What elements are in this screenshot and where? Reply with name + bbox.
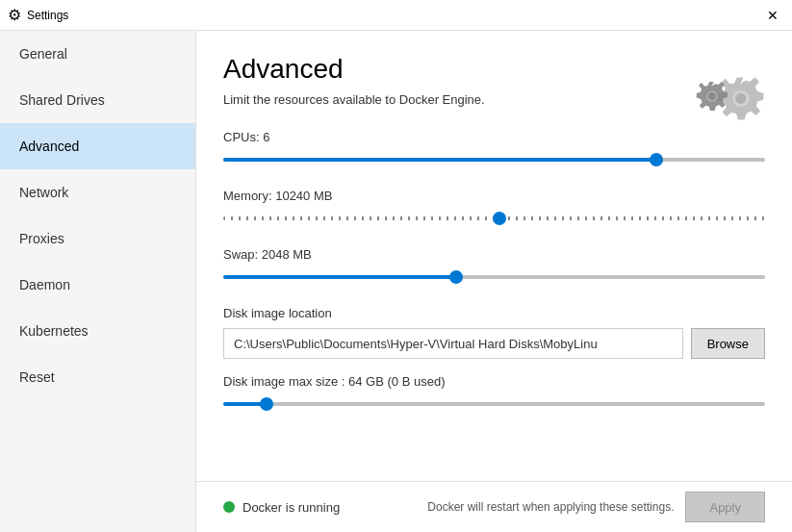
- sidebar-item-proxies[interactable]: Proxies: [0, 215, 195, 262]
- memory-label: Memory: 10240 MB: [223, 189, 765, 203]
- disk-location-input[interactable]: [223, 328, 683, 359]
- cpu-slider-thumb[interactable]: [650, 153, 663, 166]
- app-body: General Shared Drives Advanced Network P…: [0, 31, 792, 532]
- content-area: Advanced Limit the resources available t…: [196, 31, 792, 481]
- page-subtitle: Limit the resources available to Docker …: [223, 92, 485, 107]
- swap-slider-track: [223, 275, 765, 279]
- sidebar-item-network[interactable]: Network: [0, 169, 195, 215]
- sidebar-item-general[interactable]: General: [0, 31, 195, 77]
- cpu-slider-fill: [223, 158, 656, 162]
- status-text: Docker is running: [243, 500, 340, 515]
- swap-label: Swap: 2048 MB: [223, 247, 765, 262]
- disk-slider-thumb[interactable]: [260, 397, 273, 411]
- disk-max-setting: Disk image max size : 64 GB (0 B used): [223, 374, 765, 414]
- disk-slider-container[interactable]: [223, 394, 765, 414]
- footer-status: Docker is running: [223, 500, 340, 515]
- disk-slider-track: [223, 402, 765, 406]
- title-bar: ⚙ Settings ✕: [0, 0, 792, 31]
- sidebar-item-advanced[interactable]: Advanced: [0, 123, 195, 169]
- sidebar-item-kubernetes[interactable]: Kubernetes: [0, 308, 195, 354]
- memory-slider-container[interactable]: [223, 209, 765, 228]
- sidebar-item-daemon[interactable]: Daemon: [0, 262, 195, 308]
- cpu-label: CPUs: 6: [223, 130, 765, 144]
- memory-slider-track: [223, 216, 765, 220]
- svg-point-1: [735, 93, 746, 104]
- memory-setting: Memory: 10240 MB: [223, 189, 765, 228]
- swap-slider-thumb[interactable]: [449, 270, 463, 284]
- section-header: Advanced Limit the resources available t…: [223, 54, 765, 130]
- svg-point-3: [708, 92, 716, 100]
- footer-actions: Docker will restart when applying these …: [427, 492, 765, 522]
- sidebar-item-shared-drives[interactable]: Shared Drives: [0, 77, 195, 123]
- swap-slider-fill: [223, 275, 456, 279]
- status-dot: [223, 501, 235, 513]
- disk-max-label: Disk image max size : 64 GB (0 B used): [223, 374, 765, 389]
- cpu-setting: CPUs: 6: [223, 130, 765, 169]
- close-button[interactable]: ✕: [761, 4, 784, 27]
- app-icon: ⚙: [8, 6, 21, 24]
- title-bar-left: ⚙ Settings: [8, 6, 68, 24]
- gear-icon: [688, 46, 765, 126]
- cpu-slider-track: [223, 158, 765, 162]
- disk-location-row: Browse: [223, 328, 765, 359]
- main-content: Advanced Limit the resources available t…: [196, 31, 792, 532]
- cpu-slider-container[interactable]: [223, 150, 765, 169]
- disk-location-section: Disk image location Browse: [223, 306, 765, 359]
- page-title: Advanced: [223, 54, 485, 85]
- footer: Docker is running Docker will restart wh…: [196, 481, 792, 532]
- disk-location-label: Disk image location: [223, 306, 765, 320]
- swap-setting: Swap: 2048 MB: [223, 247, 765, 287]
- restart-note: Docker will restart when applying these …: [427, 500, 674, 514]
- memory-slider-thumb[interactable]: [493, 212, 506, 225]
- swap-slider-container[interactable]: [223, 267, 765, 287]
- sidebar-item-reset[interactable]: Reset: [0, 354, 195, 400]
- apply-button[interactable]: Apply: [685, 492, 765, 522]
- title-bar-title: Settings: [27, 9, 68, 22]
- sidebar: General Shared Drives Advanced Network P…: [0, 31, 196, 532]
- browse-button[interactable]: Browse: [691, 328, 765, 359]
